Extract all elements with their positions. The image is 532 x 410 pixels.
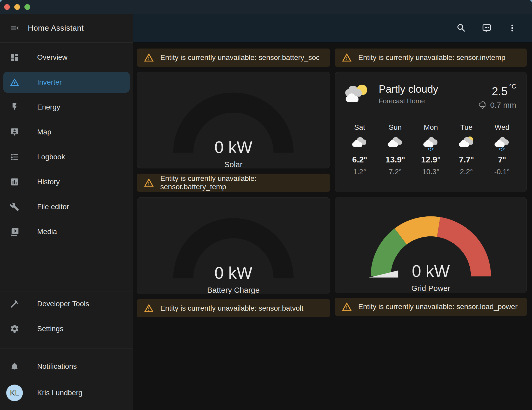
sidebar-item-map[interactable]: Map — [0, 120, 133, 145]
hammer-icon — [10, 299, 19, 309]
partly-cloudy-icon — [458, 136, 475, 151]
lightning-bolt-icon — [10, 102, 19, 112]
sidebar-item-inverter[interactable]: Inverter — [0, 70, 133, 95]
alert-load-power: Entity is currently unavailable: sensor.… — [335, 298, 527, 316]
alert-battery-soc: Entity is currently unavailable: sensor.… — [137, 49, 330, 67]
forecast-day: Mon 12.9° — [413, 123, 449, 176]
grid-power-value: 0 kW — [368, 262, 494, 281]
forecast-row: Sat 6.2° 1.2° Sun 13.9° 7.2° — [335, 123, 527, 176]
menu-toggle-icon[interactable] — [10, 23, 19, 33]
battery-charge-value: 0 kW — [171, 263, 296, 283]
solar-value: 0 kW — [171, 138, 296, 157]
assist-icon[interactable] — [482, 23, 492, 33]
battery-charge-gauge-card[interactable]: 0 kW Battery Charge — [137, 197, 330, 294]
rainy-icon — [422, 136, 440, 151]
warning-triangle-icon — [144, 303, 154, 313]
rainy-icon — [494, 136, 511, 151]
avatar: KL — [6, 385, 23, 401]
dashboard-view: Entity is currently unavailable: sensor.… — [133, 43, 532, 410]
chart-box-icon — [10, 177, 19, 187]
forecast-day: Tue 7.7° 2.2° — [449, 123, 484, 176]
weather-state: Partly cloudy — [379, 83, 438, 95]
sidebar-item-settings[interactable]: Settings — [0, 316, 133, 341]
bell-icon — [10, 362, 19, 371]
sidebar-item-file-editor[interactable]: File editor — [0, 194, 133, 219]
grid-power-label: Grid Power — [411, 284, 450, 293]
warning-triangle-icon — [342, 52, 352, 63]
forecast-day: Wed 7° — [484, 123, 520, 176]
sidebar-item-overview[interactable]: Overview — [0, 45, 133, 70]
sidebar-header: Home Assistant — [0, 14, 133, 43]
sidebar-item-history[interactable]: History — [0, 169, 133, 194]
cog-icon — [10, 324, 19, 333]
close-window-button[interactable] — [4, 4, 10, 10]
list-bulleted-icon — [10, 152, 19, 162]
sidebar-tools-section: Developer Tools Settings — [0, 291, 133, 341]
weather-forecast-card[interactable]: Partly cloudy Forecast Home 2.5°C — [335, 72, 527, 192]
solar-gauge-card[interactable]: 0 kW Solar — [137, 72, 330, 168]
cloudy-icon — [351, 136, 368, 151]
grid-power-gauge-card[interactable]: 0 kW Grid Power — [335, 197, 527, 293]
battery-charge-gauge: 0 kW — [171, 216, 296, 279]
sidebar: Home Assistant Overview Inverter — [0, 14, 133, 410]
forecast-day: Sat 6.2° 1.2° — [342, 123, 377, 176]
solar-gauge: 0 kW — [171, 90, 296, 154]
wrench-icon — [10, 202, 19, 211]
weather-precipitation: 0.7 mm — [490, 101, 516, 110]
cloudy-icon — [387, 136, 404, 151]
home-assistant-window: Home Assistant Overview Inverter — [0, 0, 532, 410]
alert-invtemp: Entity is currently unavailable: sensor.… — [335, 49, 527, 67]
account-location-icon — [10, 127, 19, 137]
app-title: Home Assistant — [28, 24, 84, 32]
sidebar-item-notifications[interactable]: Notifications — [0, 354, 133, 379]
top-app-bar — [133, 14, 532, 43]
sidebar-menu: Overview Inverter Energy — [0, 43, 133, 244]
search-icon[interactable] — [456, 23, 467, 33]
sidebar-user-profile[interactable]: KL Kris Lundberg — [0, 380, 133, 405]
alert-batvolt: Entity is currently unavailable: sensor.… — [137, 299, 330, 317]
warning-triangle-icon — [144, 52, 154, 63]
warning-triangle-icon — [144, 177, 154, 188]
sidebar-item-developer-tools[interactable]: Developer Tools — [0, 291, 133, 316]
flash-triangle-icon — [10, 78, 19, 87]
grid-power-gauge: 0 kW — [368, 214, 494, 278]
minimize-window-button[interactable] — [14, 4, 20, 10]
forecast-day: Sun 13.9° 7.2° — [377, 123, 413, 176]
overflow-menu-icon[interactable] — [507, 23, 517, 33]
battery-charge-label: Battery Charge — [207, 286, 260, 295]
view-dashboard-icon — [10, 53, 19, 62]
weather-temperature: 2.5°C — [478, 83, 516, 98]
zoom-window-button[interactable] — [24, 4, 30, 10]
sidebar-item-energy[interactable]: Energy — [0, 95, 133, 120]
partly-cloudy-icon — [344, 83, 371, 106]
sidebar-user-section: Notifications KL Kris Lundberg — [0, 348, 133, 410]
rain-cloud-icon — [478, 100, 488, 110]
play-box-multiple-icon — [10, 227, 19, 236]
warning-triangle-icon — [342, 302, 352, 312]
solar-label: Solar — [224, 160, 242, 169]
user-name: Kris Lundberg — [37, 389, 82, 397]
weather-subtitle: Forecast Home — [379, 97, 438, 105]
window-titlebar — [0, 0, 532, 14]
sidebar-item-media[interactable]: Media — [0, 219, 133, 244]
alert-battery-temp: Entity is currently unavailable: sensor.… — [137, 174, 330, 192]
sidebar-item-logbook[interactable]: Logbook — [0, 145, 133, 169]
